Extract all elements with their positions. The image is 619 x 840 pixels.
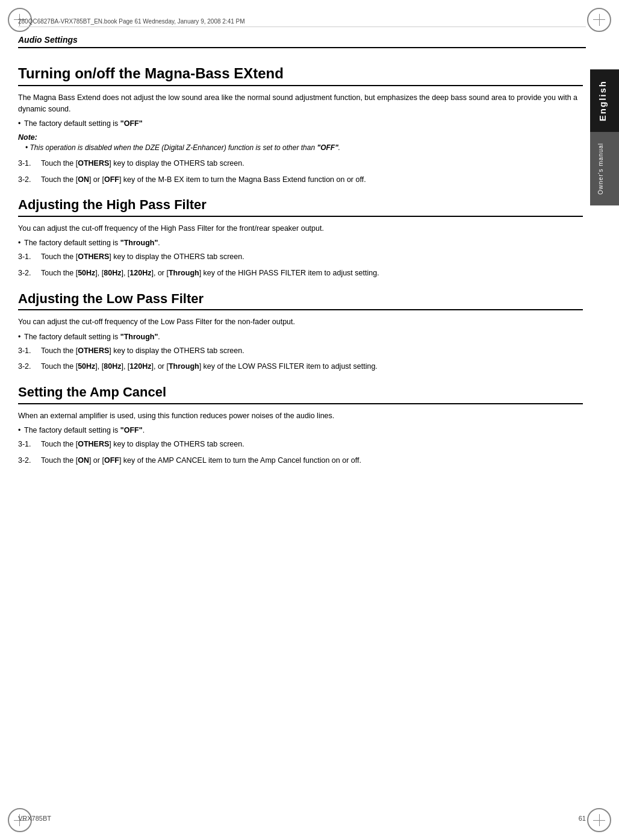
high-pass-step2: 3-2. Touch the [50Hz], [80Hz], [120Hz], … [18, 268, 583, 279]
header-title: Audio Settings [18, 35, 586, 48]
high-pass-heading: Adjusting the High Pass Filter [18, 197, 583, 216]
amp-cancel-step2: 3-2. Touch the [ON] or [OFF] key of the … [18, 455, 583, 466]
section-high-pass: Adjusting the High Pass Filter You can a… [18, 197, 583, 278]
side-tab-manual: Owner's manual [590, 132, 619, 205]
amp-cancel-step1-num: 3-1. [18, 439, 41, 450]
amp-cancel-step2-num: 3-2. [18, 455, 41, 466]
amp-cancel-step2-text: Touch the [ON] or [OFF] key of the AMP C… [41, 455, 583, 466]
low-pass-step1: 3-1. Touch the [OTHERS] key to display t… [18, 345, 583, 357]
low-pass-bullet1: The factory default setting is "Through"… [18, 331, 583, 343]
header-bar: Audio Settings [18, 35, 586, 48]
low-pass-step1-num: 3-1. [18, 345, 41, 357]
low-pass-step1-text: Touch the [OTHERS] key to display the OT… [41, 345, 583, 357]
side-tab-container: English Owner's manual [590, 69, 619, 205]
content-area: Turning on/off the Magna-Bass EXtend The… [18, 54, 583, 804]
page-info-text: 280QC6827BA-VRX785BT_EN.book Page 61 Wed… [18, 18, 245, 25]
high-pass-step2-text: Touch the [50Hz], [80Hz], [120Hz], or [T… [41, 268, 583, 279]
page: 280QC6827BA-VRX785BT_EN.book Page 61 Wed… [0, 0, 619, 840]
corner-br [584, 805, 614, 835]
amp-cancel-bullet1: The factory default setting is "OFF". [18, 425, 583, 436]
amp-cancel-step1-text: Touch the [OTHERS] key to display the OT… [41, 439, 583, 450]
low-pass-heading: Adjusting the Low Pass Filter [18, 291, 583, 310]
low-pass-step2: 3-2. Touch the [50Hz], [80Hz], [120Hz], … [18, 361, 583, 372]
magna-bass-step1-num: 3-1. [18, 158, 41, 169]
magna-bass-step2: 3-2. Touch the [ON] or [OFF] key of the … [18, 174, 583, 186]
footer-page-number: 61 [579, 815, 586, 822]
footer-model: VRX785BT [18, 815, 51, 822]
magna-bass-body1: The Magna Bass Extend does not adjust th… [18, 92, 583, 115]
magna-bass-step1: 3-1. Touch the [OTHERS] key to display t… [18, 158, 583, 169]
low-pass-body1: You can adjust the cut-off frequency of … [18, 316, 583, 328]
magna-bass-step2-text: Touch the [ON] or [OFF] key of the M-B E… [41, 174, 583, 186]
magna-bass-heading: Turning on/off the Magna-Bass EXtend [18, 65, 583, 86]
amp-cancel-step1: 3-1. Touch the [OTHERS] key to display t… [18, 439, 583, 450]
low-pass-step2-text: Touch the [50Hz], [80Hz], [120Hz], or [T… [41, 361, 583, 372]
page-info-bar: 280QC6827BA-VRX785BT_EN.book Page 61 Wed… [18, 18, 586, 27]
magna-bass-step1-text: Touch the [OTHERS] key to display the OT… [41, 158, 583, 169]
high-pass-step2-num: 3-2. [18, 268, 41, 279]
side-tab-english: English [590, 69, 619, 132]
amp-cancel-heading: Setting the Amp Cancel [18, 384, 583, 404]
section-amp-cancel: Setting the Amp Cancel When an external … [18, 384, 583, 466]
high-pass-step1-text: Touch the [OTHERS] key to display the OT… [41, 251, 583, 263]
magna-bass-bullet1: The factory default setting is "OFF" [18, 118, 583, 130]
high-pass-body1: You can adjust the cut-off frequency of … [18, 223, 583, 234]
magna-bass-note-text: • This operation is disabled when the DZ… [18, 143, 583, 153]
low-pass-step2-num: 3-2. [18, 361, 41, 372]
section-low-pass: Adjusting the Low Pass Filter You can ad… [18, 291, 583, 372]
section-magna-bass: Turning on/off the Magna-Bass EXtend The… [18, 65, 583, 185]
high-pass-step1: 3-1. Touch the [OTHERS] key to display t… [18, 251, 583, 263]
magna-bass-step2-num: 3-2. [18, 174, 41, 186]
high-pass-step1-num: 3-1. [18, 251, 41, 263]
footer-bar: VRX785BT 61 [18, 815, 586, 822]
corner-tr [584, 5, 614, 35]
magna-bass-note-label: Note: [18, 133, 583, 142]
high-pass-bullet1: The factory default setting is "Through"… [18, 237, 583, 249]
amp-cancel-body1: When an external amplifier is used, usin… [18, 410, 583, 422]
